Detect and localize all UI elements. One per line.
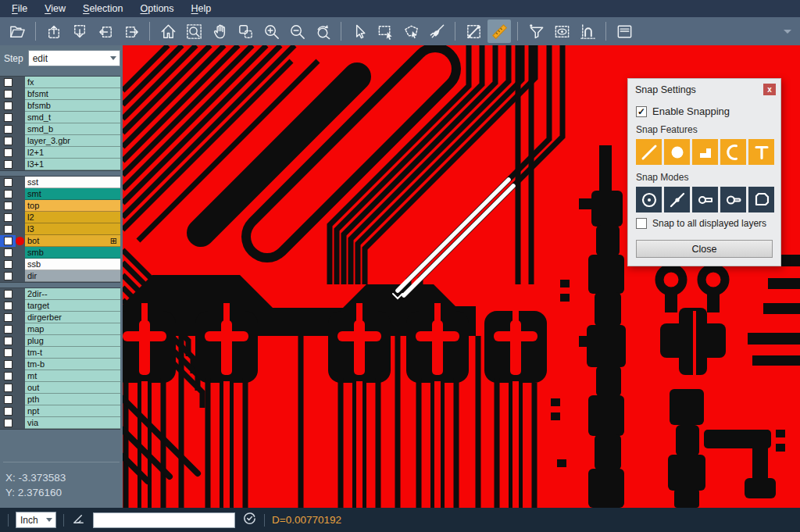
layer-visibility-checkbox[interactable] [0,147,16,159]
layer-row-npt[interactable]: npt [0,405,120,417]
layer-name-cell[interactable]: dir [25,270,120,282]
layer-name-cell[interactable]: 2dir-- [25,288,120,300]
layer-row-smb[interactable]: smb [0,247,120,259]
layer-row-sst[interactable]: sst [0,177,120,188]
move-right-button[interactable] [120,20,143,43]
layer-visibility-checkbox[interactable] [0,247,16,259]
select-poly-button[interactable] [399,20,423,43]
layer-visibility-checkbox[interactable] [0,177,16,188]
layer-visibility-checkbox[interactable] [0,300,16,312]
grid-matrix-icon[interactable]: ⊞ [110,235,117,246]
panel-button[interactable] [612,20,636,43]
layer-row-bfsmt[interactable]: bfsmt [0,88,120,100]
open-button[interactable] [5,20,29,43]
layer-row-smt[interactable]: smt [0,188,120,200]
layer-row-via[interactable]: via [0,417,120,429]
layer-name-cell[interactable]: dirgerber [25,312,120,323]
layer-row-smd_b[interactable]: smd_b [0,123,120,135]
layer-name-cell[interactable]: plug [25,335,120,347]
menu-item-selection[interactable]: Selection [74,3,131,14]
layer-name-cell[interactable]: l3+1 [25,159,120,170]
dialog-title-bar[interactable]: Snap Settings x [628,79,780,98]
layer-name-cell[interactable]: top [25,200,120,212]
snap-mode-on-element-button[interactable] [664,187,690,212]
layer-visibility-checkbox[interactable] [0,88,16,100]
layer-visibility-checkbox[interactable] [0,270,16,282]
layer-name-cell[interactable]: l2+1 [25,147,120,159]
layer-row-map[interactable]: map [0,323,120,335]
layer-name-cell[interactable]: sst [25,177,120,188]
layer-name-cell[interactable]: target [25,300,120,312]
layer-name-cell[interactable]: smd_t [25,112,120,123]
select-button[interactable] [348,20,371,43]
layer-name-cell[interactable]: bfsmt [25,88,120,100]
move-down-button[interactable] [68,20,91,43]
layer-name-cell[interactable]: bot⊞ [25,235,120,247]
pcb-viewport[interactable]: Snap Settings x ✓ Enable Snapping Snap F… [123,45,800,508]
angle-mode-button[interactable] [71,511,86,529]
layer-row-mt[interactable]: mt [0,370,120,382]
move-up-button[interactable] [42,20,66,43]
layer-name-cell[interactable]: l2 [25,212,120,223]
layer-visibility-checkbox[interactable] [0,135,16,147]
home-view-button[interactable] [156,20,180,43]
layer-name-cell[interactable]: npt [25,405,120,417]
layer-visibility-checkbox[interactable] [0,323,16,335]
layer-name-cell[interactable]: via [25,417,120,429]
layer-name-cell[interactable]: out [25,382,120,394]
layer-visibility-checkbox[interactable] [0,235,16,247]
filter-button[interactable] [524,20,548,43]
layer-row-bot[interactable]: bot⊞ [0,235,120,247]
layer-row-l3[interactable]: l3 [0,223,120,235]
layer-name-cell[interactable]: smb [25,247,120,259]
select-rect-button[interactable] [373,20,397,43]
layer-row-pth[interactable]: pth [0,394,120,405]
layer-row-ssb[interactable]: ssb [0,259,120,270]
layer-name-cell[interactable]: tm-b [25,359,120,370]
layer-row-tm-b[interactable]: tm-b [0,359,120,370]
view-box-button[interactable] [550,20,573,43]
layer-visibility-checkbox[interactable] [0,417,16,429]
layer-visibility-checkbox[interactable] [0,359,16,370]
layer-row-target[interactable]: target [0,300,120,312]
zoom-window-button[interactable] [182,20,205,43]
menu-item-view[interactable]: View [36,3,74,14]
layer-name-cell[interactable]: map [25,323,120,335]
ruler-button[interactable] [488,20,511,43]
layer-visibility-checkbox[interactable] [0,370,16,382]
enable-snapping-checkbox[interactable]: ✓ [636,106,647,117]
snap-mode-center-button[interactable] [636,187,662,212]
snap-feature-line-button[interactable] [636,139,662,165]
transform-shape-button[interactable] [234,20,257,43]
layer-name-cell[interactable]: bfsmb [25,100,120,112]
snap-mode-slot-open-button[interactable] [720,187,746,212]
menu-item-options[interactable]: Options [131,3,182,14]
menu-item-file[interactable]: File [3,3,36,14]
layer-name-cell[interactable]: pth [25,394,120,405]
clean-button[interactable] [425,20,448,43]
layer-visibility-checkbox[interactable] [0,159,16,170]
sync-button[interactable] [242,511,257,529]
snap-mode-contour-button[interactable] [748,187,774,212]
snap-feature-surface-button[interactable] [692,139,718,165]
layer-row-smd_t[interactable]: smd_t [0,112,120,123]
layer-visibility-checkbox[interactable] [0,382,16,394]
layer-visibility-checkbox[interactable] [0,335,16,347]
toolbar-overflow-chevron[interactable] [784,30,791,34]
snap-feature-arc-button[interactable] [720,139,746,165]
close-icon[interactable]: x [763,84,776,95]
layer-row-dir[interactable]: dir [0,270,120,282]
snap-mode-slot-button[interactable] [692,187,718,212]
layer-name-cell[interactable]: smd_b [25,123,120,135]
layer-row-plug[interactable]: plug [0,335,120,347]
pan-button[interactable] [208,20,231,43]
layer-name-cell[interactable]: ssb [25,259,120,270]
menu-item-help[interactable]: Help [183,3,220,14]
layer-row-l3+1[interactable]: l3+1 [0,159,120,170]
step-select[interactable]: edit [28,50,120,66]
layer-name-cell[interactable]: tm-t [25,347,120,359]
layer-visibility-checkbox[interactable] [0,405,16,417]
layer-row-tm-t[interactable]: tm-t [0,347,120,359]
layer-name-cell[interactable]: smt [25,188,120,200]
unit-select[interactable]: Inch [16,512,56,528]
